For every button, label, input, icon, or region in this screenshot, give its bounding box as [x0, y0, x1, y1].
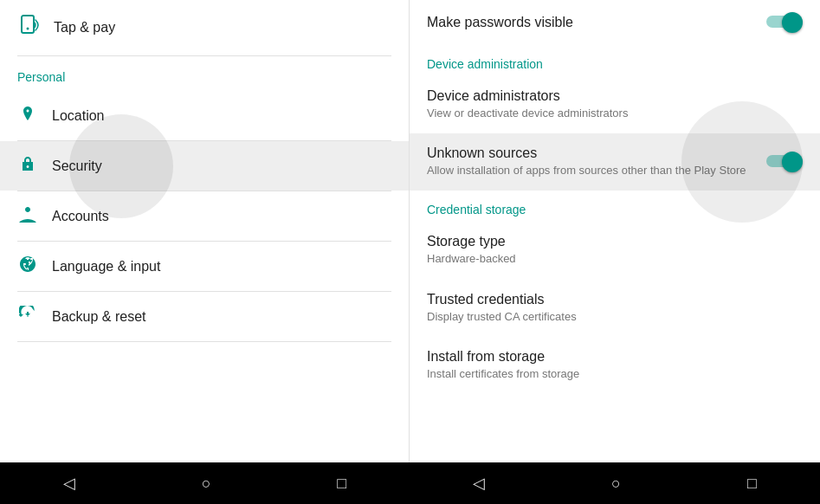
recent-button-right[interactable]: □	[747, 475, 757, 493]
sidebar-item-language[interactable]: Language & input	[0, 242, 409, 291]
location-icon	[17, 105, 38, 126]
make-passwords-toggle[interactable]	[766, 12, 803, 33]
sidebar-item-backup[interactable]: Backup & reset	[0, 292, 409, 341]
device-admin-header: Device administration	[410, 45, 820, 76]
personal-header: Personal	[0, 56, 409, 91]
unknown-sources-toggle[interactable]	[766, 152, 803, 172]
make-passwords-visible-row[interactable]: Make passwords visible	[410, 0, 820, 45]
lock-icon	[17, 155, 38, 177]
tap-pay-label: Tap & pay	[54, 20, 115, 36]
nav-bar-left: ◁ ○ □	[0, 462, 410, 504]
sidebar-item-accounts[interactable]: Accounts	[0, 191, 409, 241]
trusted-credentials-subtitle: Display trusted CA certificates	[427, 309, 803, 325]
back-button-left[interactable]: ◁	[63, 474, 75, 493]
storage-type-row[interactable]: Storage type Hardware-backed	[410, 222, 820, 279]
language-icon	[17, 255, 38, 277]
back-button-right[interactable]: ◁	[473, 474, 485, 493]
make-passwords-visible-title: Make passwords visible	[427, 15, 766, 30]
tap-pay-icon	[17, 14, 40, 42]
accounts-icon	[17, 205, 38, 227]
tap-pay-row[interactable]: Tap & pay	[0, 0, 409, 55]
storage-type-title: Storage type	[427, 234, 803, 249]
left-panel: Tap & pay Personal Location	[0, 0, 410, 504]
install-from-storage-text: Install from storage Install certificate…	[427, 349, 803, 382]
sidebar-item-security[interactable]: Security	[0, 141, 409, 191]
nav-bar-right: ◁ ○ □	[410, 462, 820, 504]
backup-icon	[17, 306, 38, 327]
sidebar-item-accounts-label: Accounts	[52, 209, 109, 224]
install-from-storage-subtitle: Install certificates from storage	[427, 366, 803, 382]
recent-button-left[interactable]: □	[337, 475, 346, 493]
sidebar-item-location[interactable]: Location	[0, 91, 409, 140]
storage-type-text: Storage type Hardware-backed	[427, 234, 803, 267]
divider-backup	[17, 341, 391, 342]
sidebar-item-language-label: Language & input	[52, 259, 160, 275]
right-panel: Make passwords visible Device administra…	[410, 0, 820, 504]
svg-point-1	[27, 28, 29, 30]
sidebar-item-backup-label: Backup & reset	[52, 309, 146, 325]
make-passwords-visible-text: Make passwords visible	[427, 15, 766, 30]
toggle-thumb-passwords	[782, 12, 803, 33]
install-from-storage-row[interactable]: Install from storage Install certificate…	[410, 337, 820, 394]
svg-rect-0	[22, 16, 34, 33]
trusted-credentials-row[interactable]: Trusted credentials Display trusted CA c…	[410, 280, 820, 337]
storage-type-subtitle: Hardware-backed	[427, 251, 803, 267]
toggle-thumb-unknown	[782, 152, 803, 172]
install-from-storage-title: Install from storage	[427, 349, 803, 365]
unknown-sources-row[interactable]: Unknown sources Allow installation of ap…	[410, 133, 820, 191]
home-button-left[interactable]: ○	[202, 475, 211, 493]
trusted-credentials-title: Trusted credentials	[427, 292, 803, 307]
trusted-credentials-text: Trusted credentials Display trusted CA c…	[427, 292, 803, 325]
home-button-right[interactable]: ○	[611, 475, 621, 493]
